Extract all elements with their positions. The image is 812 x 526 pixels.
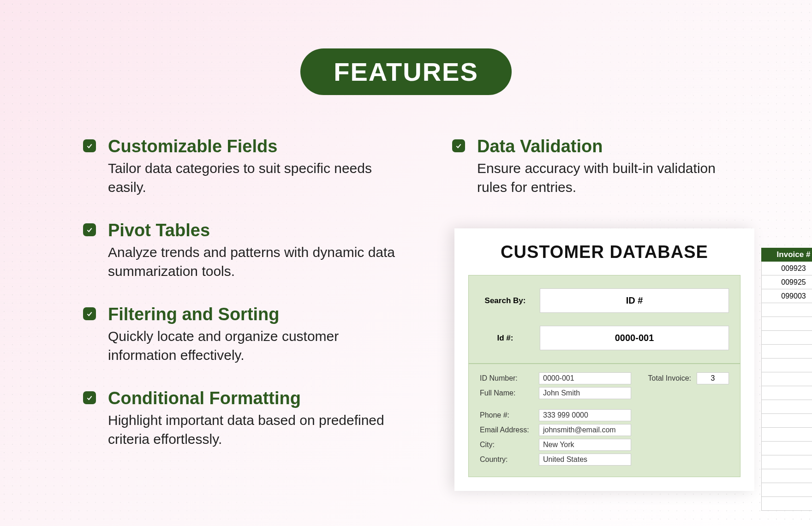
invoice-row: 009925 xyxy=(761,275,812,289)
search-by-label: Search By: xyxy=(480,296,531,305)
email-label: Email Address: xyxy=(480,426,533,434)
feature-title: Pivot Tables xyxy=(108,221,406,240)
full-name-value: John Smith xyxy=(539,387,631,399)
country-value: United States xyxy=(539,454,631,466)
feature-desc: Quickly locate and organize customer inf… xyxy=(108,327,406,365)
invoice-row xyxy=(761,428,812,442)
check-icon xyxy=(83,391,96,404)
invoice-row xyxy=(761,359,812,372)
total-invoice-label: Total Invoice: xyxy=(648,374,691,383)
feature-title: Data Validation xyxy=(477,137,729,156)
check-icon xyxy=(452,139,465,152)
feature-title: Customizable Fields xyxy=(108,137,406,156)
invoice-row xyxy=(761,400,812,414)
id-number-value: 0000-001 xyxy=(539,372,631,384)
feature-item: Filtering and SortingQuickly locate and … xyxy=(83,305,406,365)
city-value: New York xyxy=(539,439,631,451)
feature-title: Filtering and Sorting xyxy=(108,305,406,324)
invoice-row xyxy=(761,469,812,483)
invoice-row xyxy=(761,455,812,469)
feature-desc: Analyze trends and patterns with dynamic… xyxy=(108,243,406,281)
invoice-row xyxy=(761,483,812,497)
card-title: CUSTOMER DATABASE xyxy=(468,242,740,262)
feature-desc: Tailor data categories to suit specific … xyxy=(108,159,406,197)
feature-item: Customizable FieldsTailor data categorie… xyxy=(83,137,406,197)
email-value: johnsmith@email.com xyxy=(539,424,631,436)
id-label: Id #: xyxy=(480,334,531,343)
country-label: Country: xyxy=(480,455,533,464)
id-field[interactable]: 0000-001 xyxy=(540,326,729,350)
check-icon xyxy=(83,307,96,320)
invoice-row xyxy=(761,331,812,345)
customer-database-card: CUSTOMER DATABASE Search By: ID # Id #: … xyxy=(454,228,754,491)
invoice-row xyxy=(761,442,812,455)
invoice-row xyxy=(761,345,812,359)
invoice-row xyxy=(761,303,812,317)
check-icon xyxy=(83,223,96,236)
feature-desc: Highlight important data based on predef… xyxy=(108,411,406,448)
city-label: City: xyxy=(480,441,533,449)
invoice-row xyxy=(761,386,812,400)
invoice-row: 099003 xyxy=(761,289,812,303)
features-left-column: Customizable FieldsTailor data categorie… xyxy=(83,137,406,472)
detail-box: ID Number: 0000-001 Total Invoice: 3 Ful… xyxy=(468,364,740,477)
invoice-strip: Invoice # 009923009925099003 xyxy=(761,248,812,511)
feature-item: Data ValidationEnsure accuracy with buil… xyxy=(452,137,729,197)
invoice-row xyxy=(761,372,812,386)
check-icon xyxy=(83,139,96,152)
invoice-header: Invoice # xyxy=(761,248,812,262)
feature-desc: Ensure accuracy with built-in validation… xyxy=(477,159,729,197)
invoice-row xyxy=(761,414,812,428)
invoice-row xyxy=(761,317,812,331)
feature-title: Conditional Formatting xyxy=(108,389,406,408)
total-invoice-value: 3 xyxy=(697,372,729,384)
search-box: Search By: ID # Id #: 0000-001 xyxy=(468,275,740,364)
features-badge: FEATURES xyxy=(300,48,512,95)
id-number-label: ID Number: xyxy=(480,374,533,383)
full-name-label: Full Name: xyxy=(480,389,533,397)
phone-label: Phone #: xyxy=(480,411,533,419)
invoice-row xyxy=(761,497,812,511)
feature-item: Conditional FormattingHighlight importan… xyxy=(83,389,406,448)
search-by-field[interactable]: ID # xyxy=(540,288,729,313)
feature-item: Pivot TablesAnalyze trends and patterns … xyxy=(83,221,406,281)
phone-value: 333 999 0000 xyxy=(539,409,631,421)
invoice-row: 009923 xyxy=(761,262,812,275)
